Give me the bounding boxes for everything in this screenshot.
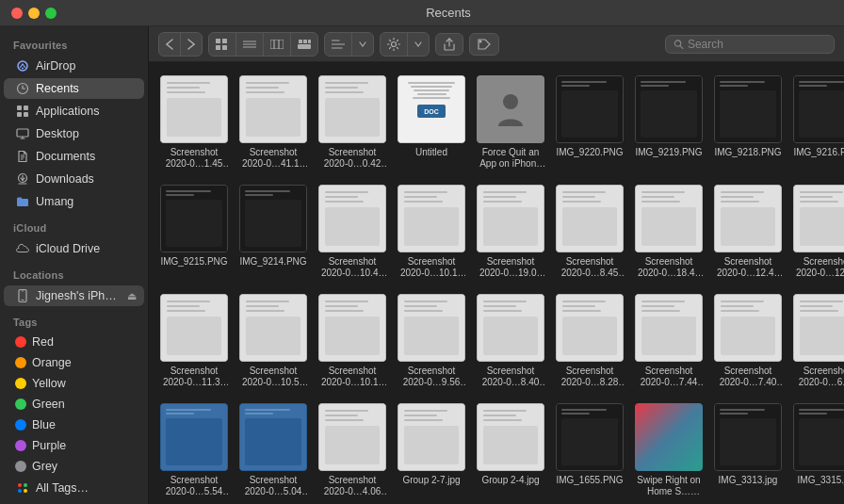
sidebar-item-iphone[interactable]: Jignesh's iPhone ⏏ — [4, 285, 144, 306]
file-item[interactable]: IMG_9215.PNG — [158, 181, 230, 283]
sidebar-item-recents[interactable]: Recents — [4, 78, 144, 99]
file-thumbnail — [714, 75, 782, 143]
svg-point-19 — [18, 483, 22, 487]
file-item[interactable]: DOC Untitled — [396, 72, 467, 173]
downloads-icon — [15, 171, 30, 187]
tag-dot-orange — [15, 357, 26, 368]
close-button[interactable] — [11, 8, 23, 19]
sidebar-item-tag-purple[interactable]: Purple — [4, 436, 144, 455]
file-item[interactable]: Screenshot 2020-0…18.41 PM — [633, 181, 705, 283]
gallery-view-button[interactable] — [291, 33, 317, 56]
iphone-label: Jignesh's iPhone — [36, 289, 122, 302]
file-item[interactable]: Swipe Right on Home S…Edit.jpg — [633, 399, 705, 501]
file-thumbnail — [714, 294, 782, 362]
search-input[interactable] — [688, 38, 826, 51]
svg-rect-3 — [17, 106, 22, 110]
settings-button-group — [380, 32, 430, 57]
file-item[interactable]: Screenshot 2020-0…11.32 PM — [158, 290, 230, 392]
recents-icon — [15, 81, 30, 96]
maximize-button[interactable] — [45, 8, 57, 19]
icloud-label: iCloud — [0, 213, 148, 237]
file-item[interactable]: Screenshot 2020-0…10.45 PM — [316, 181, 388, 283]
file-item[interactable]: IMG_3315.jpg — [791, 399, 844, 501]
sidebar-item-icloud-drive[interactable]: iCloud Drive — [4, 238, 144, 259]
file-item[interactable]: Screenshot 2020-0…0.42 PM — [316, 72, 388, 173]
file-thumbnail — [239, 403, 307, 471]
file-thumbnail — [318, 185, 386, 252]
eject-button[interactable]: ⏏ — [127, 290, 137, 302]
file-thumbnail — [793, 185, 844, 252]
tag-blue-label: Blue — [32, 418, 56, 431]
share-button[interactable] — [435, 33, 463, 56]
all-tags-label: All Tags… — [36, 481, 89, 495]
file-item[interactable]: Group 2-4.jpg — [475, 399, 546, 501]
file-item[interactable]: Screenshot 2020-0…10.13 PM — [316, 290, 388, 392]
tag-button[interactable] — [469, 33, 499, 56]
file-item[interactable]: IMG_9220.PNG — [554, 72, 625, 173]
icon-view-button[interactable] — [209, 33, 236, 56]
search-box[interactable] — [665, 35, 835, 54]
file-name: Screenshot 2020-0…8.45 PM — [556, 256, 624, 279]
file-item[interactable]: Screenshot 2020-0…9.56 PM — [396, 290, 467, 392]
svg-point-20 — [24, 483, 27, 487]
sidebar-item-airdrop[interactable]: AirDrop — [4, 56, 144, 76]
file-thumbnail: DOC — [398, 75, 465, 143]
file-item[interactable]: IMG_3313.jpg — [712, 399, 784, 501]
sidebar-item-desktop[interactable]: Desktop — [4, 123, 144, 144]
settings-dropdown-button[interactable] — [408, 33, 429, 56]
list-view-button[interactable] — [236, 33, 264, 56]
file-item[interactable]: IMG_9219.PNG — [633, 72, 705, 173]
file-name: Group 2-4.jpg — [481, 475, 539, 486]
desktop-icon — [15, 126, 30, 141]
sidebar-item-tag-blue[interactable]: Blue — [4, 415, 144, 434]
minimize-button[interactable] — [28, 8, 40, 19]
sort-dropdown-button[interactable] — [352, 33, 373, 56]
tag-red-label: Red — [32, 335, 54, 349]
sidebar-item-tag-green[interactable]: Green — [4, 395, 144, 414]
file-item[interactable]: Screenshot 2020-0…12.26 PM — [791, 181, 844, 283]
sort-button-group — [324, 32, 374, 57]
documents-icon — [15, 149, 30, 164]
file-item[interactable]: Screenshot 2020-0…5.04 PM — [237, 399, 309, 501]
sidebar-item-all-tags[interactable]: All Tags… — [4, 478, 144, 498]
sidebar-item-applications[interactable]: Applications — [4, 101, 144, 122]
sidebar-item-tag-grey[interactable]: Grey — [4, 457, 144, 476]
file-item[interactable]: Screenshot 2020-0…41.18 PM — [237, 72, 309, 173]
file-thumbnail — [714, 185, 782, 252]
file-item[interactable]: IMG_9218.PNG — [712, 72, 784, 173]
file-name: Screenshot 2020-0…4.06 PM — [318, 475, 386, 497]
file-item[interactable]: Group 2-7.jpg — [396, 399, 467, 501]
file-name: IMG_9214.PNG — [239, 256, 306, 268]
file-item[interactable]: Screenshot 2020-0…10.57 PM — [237, 290, 309, 392]
file-item[interactable]: Screenshot 2020-0…5.54 PM — [158, 399, 230, 501]
file-item[interactable]: Screenshot 2020-0…8.28 PM — [554, 290, 625, 392]
column-view-button[interactable] — [264, 33, 291, 56]
sidebar-item-documents[interactable]: Documents — [4, 146, 144, 167]
group-button[interactable] — [325, 33, 352, 56]
sidebar-item-umang[interactable]: Umang — [4, 191, 144, 212]
sidebar-item-tag-orange[interactable]: Orange — [4, 353, 144, 372]
file-thumbnail — [318, 75, 386, 143]
file-item[interactable]: Screenshot 2020-0…8.45 PM — [554, 181, 625, 283]
file-item[interactable]: Screenshot 2020-0…7.40 PM — [712, 290, 784, 392]
file-item[interactable]: Force Quit an App on iPhone 6.jpg — [475, 72, 546, 173]
file-item[interactable]: Screenshot 2020-0…10.19 PM — [396, 181, 467, 283]
file-item[interactable]: Screenshot 2020-0…6.27 PM — [791, 290, 844, 392]
file-item[interactable]: IMG_9214.PNG — [237, 181, 309, 283]
settings-button[interactable] — [381, 33, 408, 56]
svg-rect-25 — [216, 45, 220, 50]
file-item[interactable]: Screenshot 2020-0…8.40 PM — [475, 290, 546, 392]
file-item[interactable]: Screenshot 2020-0…4.06 PM — [316, 399, 388, 501]
forward-button[interactable] — [181, 33, 202, 56]
file-item[interactable]: Screenshot 2020-0…12.45 PM — [712, 181, 784, 283]
sidebar-item-tag-red[interactable]: Red — [4, 333, 144, 351]
file-item[interactable]: IMG_1655.PNG — [554, 399, 625, 501]
sidebar-item-downloads[interactable]: Downloads — [4, 169, 144, 189]
file-item[interactable]: Screenshot 2020-0…7.44 PM — [633, 290, 705, 392]
file-name: Force Quit an App on iPhone 6.jpg — [477, 147, 544, 170]
file-item[interactable]: Screenshot 2020-0…19.07 PM — [475, 181, 546, 283]
sidebar-item-tag-yellow[interactable]: Yellow — [4, 374, 144, 393]
file-item[interactable]: IMG_9216.PNG — [791, 72, 844, 173]
file-item[interactable]: Screenshot 2020-0…1.45 PM — [158, 72, 230, 173]
back-button[interactable] — [159, 33, 181, 56]
